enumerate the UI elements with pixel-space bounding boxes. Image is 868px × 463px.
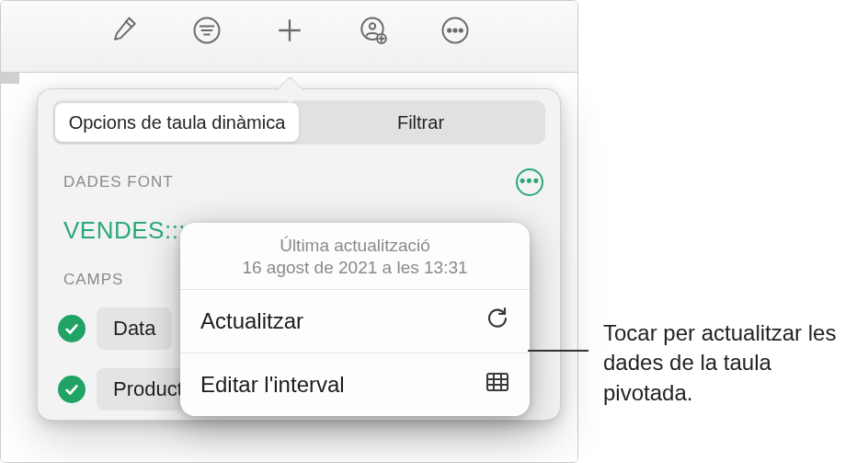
svg-point-7 [369, 23, 374, 29]
refresh-label: Actualitzar [200, 308, 303, 334]
edit-range-label: Editar l'interval [200, 372, 345, 398]
top-toolbar [1, 1, 577, 73]
refresh-icon [485, 307, 509, 336]
more-ellipsis-icon[interactable] [435, 10, 475, 51]
last-update-time: 16 agost de 2021 a les 13:31 [195, 258, 515, 278]
format-brush-icon[interactable] [104, 10, 144, 51]
last-update-header: Última actualització 16 agost de 2021 a … [180, 223, 530, 290]
last-update-label: Última actualització [195, 236, 515, 256]
tab-pivot-options[interactable]: Opcions de taula dinàmica [55, 103, 299, 142]
tab-label: Opcions de taula dinàmica [69, 112, 286, 133]
section-title-fields: CAMPS [63, 271, 123, 289]
tab-filter[interactable]: Filtrar [299, 103, 542, 142]
callout-leader-line [528, 350, 588, 352]
field-chip[interactable]: Data [97, 307, 172, 350]
background-decoration [1, 73, 19, 84]
svg-rect-15 [487, 374, 508, 390]
edit-range-row[interactable]: Editar l'interval [180, 353, 530, 416]
checkmark-icon[interactable] [58, 376, 86, 403]
svg-point-12 [448, 29, 451, 31]
checkmark-icon[interactable] [58, 315, 86, 342]
section-title-source-data: DADES FONT [63, 173, 174, 191]
collaborate-icon[interactable] [352, 10, 393, 51]
segmented-control: Opcions de taula dinàmica Filtrar [52, 100, 545, 145]
svg-point-14 [459, 29, 462, 31]
source-data-menu: Última actualització 16 agost de 2021 a … [180, 223, 530, 416]
organize-icon[interactable] [187, 10, 227, 51]
table-grid-icon [485, 370, 509, 399]
tab-label: Filtrar [397, 112, 444, 133]
refresh-row[interactable]: Actualitzar [180, 290, 530, 353]
source-data-more-button[interactable]: ••• [516, 168, 543, 196]
source-data-header: DADES FONT ••• [52, 165, 545, 205]
callout-text: Tocar per actualitzar les dades de la ta… [603, 318, 861, 408]
svg-point-13 [453, 29, 456, 31]
insert-plus-icon[interactable] [269, 10, 310, 51]
field-label: Data [113, 317, 155, 340]
